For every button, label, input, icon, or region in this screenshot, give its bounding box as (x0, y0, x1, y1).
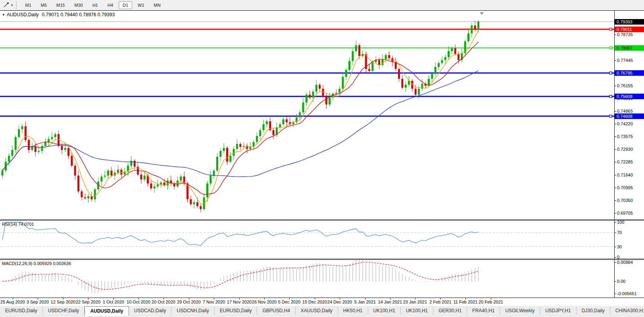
scale-tick-mark (615, 136, 616, 137)
tab-eurusd-daily[interactable]: EURUSD,Daily (0, 307, 43, 315)
tab-uk100-h1[interactable]: UK100,H1 (368, 307, 401, 315)
price-chart-panel[interactable]: ▼AUDUSD,Daily0.79071 0.79440 0.78976 0.7… (0, 11, 614, 219)
chart-shift-marker[interactable] (480, 12, 484, 15)
price-tick-label: 0.76155 (617, 83, 633, 88)
level-price-badge: 0.76795 (615, 70, 644, 76)
date-label: 24 Dec 2020 (327, 300, 352, 304)
date-label: 5 Jan 2021 (354, 300, 376, 304)
price-tick-label: 70 (617, 230, 622, 235)
level-line-handle[interactable] (609, 47, 612, 49)
rsi-panel[interactable]: RSI(14) 74.0701 (0, 221, 614, 259)
scale-tick-mark (615, 294, 616, 294)
rsi-label: RSI(14) 74.0701 (2, 222, 34, 227)
toolbar-grip-handle[interactable] (16, 2, 19, 9)
timeframe-button-h4[interactable]: H4 (104, 1, 117, 9)
date-label: 23 Jan 2021 (403, 300, 427, 304)
level-price-badge: 0.75608 (615, 94, 644, 99)
macd-label: MACD(12,26,9) 0.005929 0.003636 (2, 261, 71, 266)
chart-tabbar: EURUSD,DailyUSDCHF,DailyAUDUSD,DailyUSDC… (0, 305, 644, 317)
level-line-handle[interactable] (609, 72, 612, 74)
scale-tick-mark (615, 213, 616, 213)
scale-tick-mark (615, 86, 616, 86)
collapse-triangle-icon[interactable]: ▼ (2, 13, 5, 17)
scale-tick-mark (615, 35, 616, 35)
timeframe-button-d1[interactable]: D1 (119, 1, 132, 9)
price-tick-label: 0.74220 (617, 121, 633, 127)
timeframe-button-m1[interactable]: M1 (21, 1, 35, 9)
price-tick-label: 0.70995 (617, 185, 633, 190)
panel-separator[interactable] (0, 259, 644, 260)
date-label: 20 Feb 2021 (479, 300, 503, 304)
price-tick-label: -0.005651 (617, 291, 637, 296)
date-label: 20 Oct 2020 (152, 300, 175, 304)
tab-ger30-h1[interactable]: GER30,H1 (433, 307, 467, 315)
scale-tick-mark (615, 247, 616, 247)
date-label: 14 Jan 2021 (378, 300, 402, 304)
tab-usoil-weekly[interactable]: USOil,Weekly (500, 307, 540, 315)
date-label: 12 Sep 2020 (51, 300, 75, 304)
dropdown-arrow-icon[interactable]: ▾ (11, 3, 13, 7)
chart-symbol-label: AUDUSD,Daily (7, 12, 39, 17)
level-line-handle[interactable] (609, 115, 612, 117)
date-label: 29 Oct 2020 (177, 300, 201, 304)
level-price-badge: 0.74608 (615, 113, 644, 119)
macd-panel[interactable]: MACD(12,26,9) 0.005929 0.003636 (0, 260, 614, 298)
tab-dj30-daily[interactable]: DJ30,Daily (577, 307, 610, 315)
tab-uk100-h1[interactable]: UK100,H1 (401, 307, 433, 315)
tab-audusd-daily[interactable]: AUDUSD,Daily (85, 306, 129, 316)
chart-window: ▼AUDUSD,Daily0.79071 0.79440 0.78976 0.7… (0, 10, 644, 305)
tab-eurusd-daily[interactable]: EURUSD,Daily (215, 307, 258, 315)
date-axis[interactable]: 25 Aug 20203 Sep 202012 Sep 202022 Sep 2… (0, 298, 644, 306)
timeframe-toolbar: ▾ M1M5M15M30H1H4D1W1MN (0, 0, 644, 10)
price-tick-label: 0.00884 (617, 259, 633, 265)
date-label: 26 Nov 2020 (252, 300, 277, 304)
tab-hk50-h1[interactable]: HK50,H1 (338, 307, 368, 315)
level-line-handle[interactable] (609, 95, 612, 98)
tab-usdcnh-daily[interactable]: USDCNH,Daily (171, 307, 214, 315)
price-tick-label: 0.69705 (617, 210, 633, 216)
scale-tick-mark (615, 149, 616, 150)
scale-tick-mark (615, 60, 616, 61)
price-tick-label: 0.72285 (617, 159, 633, 165)
date-label: 10 Oct 2020 (127, 300, 150, 304)
scale-tick-mark (615, 222, 616, 223)
current-price-badge: 0.79393 (615, 19, 644, 25)
tab-gbpusd-h4[interactable]: GBPUSD,H4 (257, 307, 295, 315)
moving-average-line (2, 30, 479, 204)
timeframe-button-h1[interactable]: H1 (88, 1, 102, 9)
price-tick-label: 0.72930 (617, 146, 633, 152)
date-label: 5 Dec 2020 (278, 300, 300, 304)
level-price-badge: 0.79011 (615, 27, 644, 32)
mt4-window: ▾ M1M5M15M30H1H4D1W1MN ▼AUDUSD,Daily0.79… (0, 0, 644, 317)
price-tick-label: 0.78735 (617, 32, 633, 37)
price-scale[interactable]: 0.787350.780900.774450.768000.761550.755… (614, 11, 644, 306)
chart-tool-button[interactable]: ▾ (2, 2, 14, 8)
timeframe-button-w1[interactable]: W1 (134, 1, 148, 9)
panel-separator[interactable] (0, 219, 644, 221)
date-label: 25 Aug 2020 (0, 300, 25, 304)
timeframe-button-m30[interactable]: M30 (71, 1, 87, 9)
date-label: 2 Feb 2021 (429, 300, 452, 304)
tab-china300-h1[interactable]: CHINA300,H1 (610, 307, 644, 315)
moving-average-line (2, 42, 479, 194)
timeframe-button-m5[interactable]: M5 (37, 1, 51, 9)
tab-fra40-h1[interactable]: FRA40,H1 (467, 307, 500, 315)
tab-xauusd-daily[interactable]: XAUUSD,Daily (296, 307, 338, 315)
scale-tick-mark (615, 162, 616, 162)
scale-tick-mark (615, 111, 616, 111)
scale-tick-mark (615, 281, 616, 282)
date-label: 22 Sep 2020 (76, 300, 100, 304)
price-tick-label: 30 (617, 244, 622, 250)
date-label: 11 Feb 2021 (454, 300, 478, 304)
scale-tick-mark (615, 262, 616, 263)
date-label: 15 Dec 2020 (302, 300, 327, 304)
tab-usdchf-daily[interactable]: USDCHF,Daily (43, 307, 85, 315)
cursor-tool-icon (3, 2, 10, 8)
tab-usdcad-daily[interactable]: USDCAD,Daily (129, 307, 172, 315)
timeframe-button-m15[interactable]: M15 (52, 1, 69, 9)
timeframe-button-mn[interactable]: MN (150, 1, 165, 9)
tab-usdjpy-h1[interactable]: USDJPY,H1 (540, 307, 576, 315)
scale-tick-mark (615, 188, 616, 188)
level-line-handle[interactable] (609, 28, 612, 31)
scale-tick-mark (615, 257, 616, 257)
